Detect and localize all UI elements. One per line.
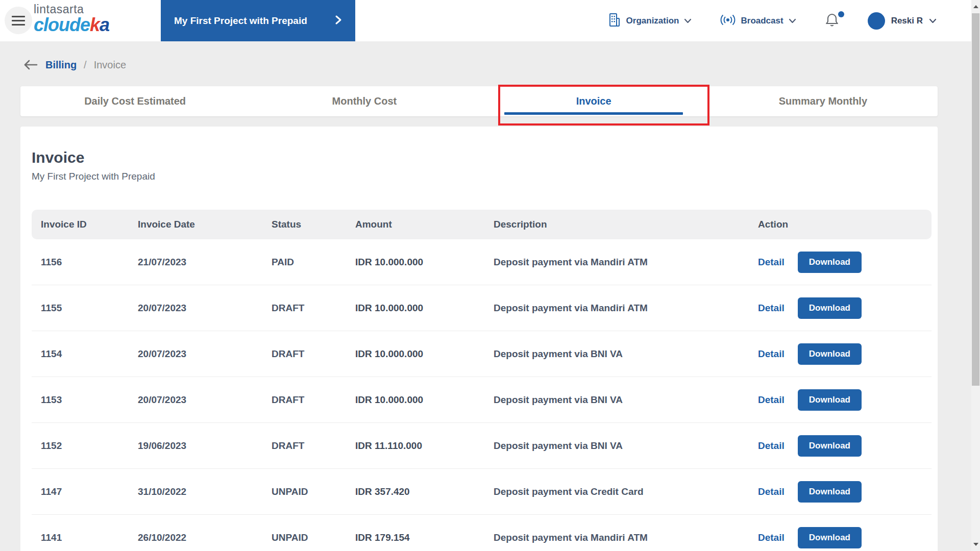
- detail-link[interactable]: Detail: [758, 394, 785, 406]
- invoice-row-1152: 115219/06/2023DRAFTIDR 11.110.000Deposit…: [32, 423, 932, 469]
- top-bar-actions: Organization Broadcast: [608, 0, 937, 41]
- invoice-row-1155: 115520/07/2023DRAFTIDR 10.000.000Deposit…: [32, 285, 932, 331]
- triangle-up-icon: [973, 5, 978, 8]
- invoice-row-1154: 115420/07/2023DRAFTIDR 10.000.000Deposit…: [32, 331, 932, 377]
- cell-invoice-id: 1156: [41, 257, 138, 268]
- scrollbar-down-button[interactable]: [971, 538, 980, 551]
- invoice-table: Invoice IDInvoice DateStatusAmountDescri…: [32, 210, 932, 551]
- cell-description: Deposit payment via Credit Card: [494, 486, 758, 497]
- top-bar: lintasarta cloudeka My First Project wit…: [0, 0, 980, 41]
- cell-invoice-id: 1141: [41, 532, 138, 543]
- scrollbar-up-button[interactable]: [971, 0, 980, 13]
- vertical-scrollbar[interactable]: [971, 0, 980, 551]
- bell-icon: [825, 20, 839, 29]
- invoice-panel: Invoice My First Project with Prepaid In…: [20, 127, 938, 551]
- invoice-table-body: 115621/07/2023PAIDIDR 10.000.000Deposit …: [32, 239, 932, 551]
- hamburger-menu-button[interactable]: [5, 7, 32, 34]
- notifications-button[interactable]: [825, 12, 839, 30]
- download-button[interactable]: Download: [798, 343, 862, 365]
- brand-logo-bottom: cloudeka: [34, 15, 109, 35]
- brand-logo-part: k: [90, 14, 100, 35]
- cell-amount: IDR 179.154: [355, 532, 494, 543]
- cell-status: DRAFT: [272, 394, 355, 406]
- cell-amount: IDR 10.000.000: [355, 394, 494, 406]
- cell-status: DRAFT: [272, 440, 355, 452]
- hamburger-icon: [12, 16, 25, 26]
- download-button[interactable]: Download: [798, 527, 862, 548]
- detail-link[interactable]: Detail: [758, 303, 785, 314]
- breadcrumb: Billing / Invoice: [23, 57, 980, 73]
- invoice-row-1156: 115621/07/2023PAIDIDR 10.000.000Deposit …: [32, 239, 932, 285]
- cell-description: Deposit payment via BNI VA: [494, 440, 758, 452]
- detail-link[interactable]: Detail: [758, 257, 785, 268]
- user-avatar: [868, 12, 885, 30]
- page-subtitle: My First Project with Prepaid: [32, 171, 932, 182]
- cell-invoice-id: 1152: [41, 440, 138, 452]
- cell-description: Deposit payment via Mandiri ATM: [494, 532, 758, 543]
- cell-invoice-date: 26/10/2022: [138, 532, 272, 543]
- organization-dropdown[interactable]: Organization: [608, 13, 692, 29]
- cell-invoice-id: 1155: [41, 303, 138, 314]
- download-button[interactable]: Download: [798, 252, 862, 273]
- cell-invoice-date: 20/07/2023: [138, 348, 272, 360]
- billing-tab-bar: Daily Cost EstimatedMonthly CostInvoiceS…: [20, 86, 938, 116]
- detail-link[interactable]: Detail: [758, 440, 785, 452]
- tab-monthly-cost[interactable]: Monthly Cost: [250, 86, 479, 116]
- tab-daily-cost-estimated[interactable]: Daily Cost Estimated: [20, 86, 250, 116]
- cell-action: DetailDownload: [758, 297, 932, 319]
- cell-amount: IDR 10.000.000: [355, 257, 494, 268]
- brand-logo: lintasarta cloudeka: [34, 3, 109, 35]
- download-button[interactable]: Download: [798, 297, 862, 319]
- cell-description: Deposit payment via Mandiri ATM: [494, 257, 758, 268]
- column-header-invoice-date: Invoice Date: [138, 219, 272, 230]
- back-button[interactable]: [23, 59, 38, 70]
- tab-invoice[interactable]: Invoice: [479, 86, 708, 116]
- brand-logo-top: lintasarta: [34, 3, 109, 15]
- download-button[interactable]: Download: [798, 435, 862, 457]
- broadcast-dropdown[interactable]: Broadcast: [720, 14, 796, 28]
- download-button[interactable]: Download: [798, 481, 862, 503]
- cell-action: DetailDownload: [758, 343, 932, 365]
- column-header-description: Description: [494, 219, 758, 230]
- user-name: Reski R: [891, 16, 923, 26]
- scrollbar-thumb[interactable]: [972, 13, 979, 386]
- cell-invoice-id: 1154: [41, 348, 138, 360]
- chevron-right-icon: [335, 15, 342, 27]
- cell-invoice-date: 20/07/2023: [138, 303, 272, 314]
- cell-amount: IDR 357.420: [355, 486, 494, 497]
- cell-action: DetailDownload: [758, 389, 932, 411]
- cell-action: DetailDownload: [758, 252, 932, 273]
- breadcrumb-current: Invoice: [94, 59, 126, 71]
- download-button[interactable]: Download: [798, 389, 862, 411]
- project-selector-button[interactable]: My First Project with Prepaid: [161, 0, 355, 41]
- column-header-action: Action: [758, 219, 932, 230]
- cell-amount: IDR 11.110.000: [355, 440, 494, 452]
- invoice-table-header: Invoice IDInvoice DateStatusAmountDescri…: [32, 210, 932, 239]
- cell-action: DetailDownload: [758, 435, 932, 457]
- cell-invoice-date: 20/07/2023: [138, 394, 272, 406]
- cell-status: PAID: [272, 257, 355, 268]
- broadcast-icon: [720, 14, 736, 28]
- cell-invoice-id: 1153: [41, 394, 138, 406]
- chevron-down-icon: [684, 16, 692, 26]
- broadcast-label: Broadcast: [741, 16, 783, 26]
- cell-invoice-date: 19/06/2023: [138, 440, 272, 452]
- cell-action: DetailDownload: [758, 527, 932, 548]
- page-title: Invoice: [32, 149, 932, 166]
- tab-summary-monthly[interactable]: Summary Monthly: [708, 86, 938, 116]
- invoice-row-1147: 114731/10/2022UNPAIDIDR 357.420Deposit p…: [32, 469, 932, 515]
- cell-status: DRAFT: [272, 303, 355, 314]
- cell-invoice-date: 31/10/2022: [138, 486, 272, 497]
- detail-link[interactable]: Detail: [758, 532, 785, 543]
- invoice-row-1141: 114126/10/2022UNPAIDIDR 179.154Deposit p…: [32, 515, 932, 551]
- user-menu[interactable]: Reski R: [868, 12, 937, 30]
- detail-link[interactable]: Detail: [758, 486, 785, 497]
- triangle-down-icon: [973, 543, 978, 546]
- breadcrumb-separator: /: [84, 59, 87, 71]
- chevron-down-icon: [789, 16, 796, 26]
- detail-link[interactable]: Detail: [758, 348, 785, 360]
- notification-badge: [838, 11, 844, 17]
- column-header-status: Status: [272, 219, 355, 230]
- breadcrumb-billing-link[interactable]: Billing: [45, 59, 77, 71]
- cell-description: Deposit payment via BNI VA: [494, 348, 758, 360]
